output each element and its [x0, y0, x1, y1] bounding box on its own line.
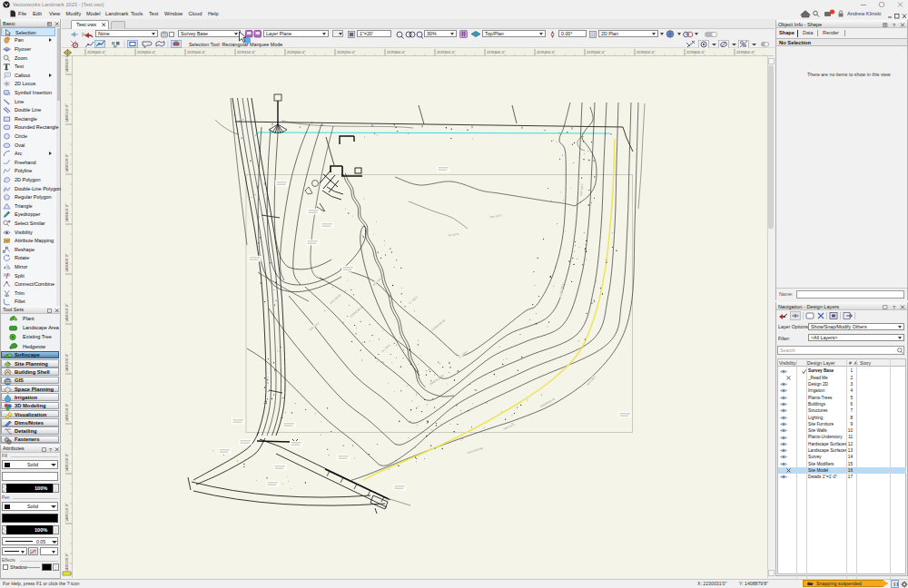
svg-text:1408550'-0": 1408550'-0" — [65, 103, 69, 122]
svg-text:2229400'-0": 2229400'-0" — [487, 51, 506, 54]
svg-text:2229350'-0": 2229350'-0" — [437, 51, 456, 54]
svg-text:2229150'-0": 2229150'-0" — [237, 51, 256, 54]
svg-text:TOP 104.2: TOP 104.2 — [489, 213, 502, 220]
svg-text:1408600'-0": 1408600'-0" — [65, 56, 69, 73]
svg-text:1408500'-0": 1408500'-0" — [65, 153, 69, 172]
svg-text:?: ? — [49, 447, 52, 452]
svg-text:CONTOUR 98: CONTOUR 98 — [429, 374, 444, 387]
svg-text:CONTOUR 98: CONTOUR 98 — [349, 305, 364, 318]
svg-text:2229250'-0": 2229250'-0" — [337, 51, 356, 54]
svg-text:2229100'-0": 2229100'-0" — [187, 51, 206, 54]
svg-text:CONTOUR 98: CONTOUR 98 — [430, 318, 446, 332]
svg-text:2229650'-0": 2229650'-0" — [736, 51, 755, 54]
svg-text:1408150'-0": 1408150'-0" — [65, 503, 69, 522]
svg-text:?: ? — [893, 305, 895, 309]
svg-text:2229000'-0": 2229000'-0" — [87, 51, 106, 54]
svg-text:1408400'-0": 1408400'-0" — [65, 253, 69, 272]
svg-text:TOP 104.2: TOP 104.2 — [558, 283, 564, 296]
svg-text:1408350'-0": 1408350'-0" — [65, 303, 69, 322]
svg-text:2229050'-0": 2229050'-0" — [137, 51, 156, 54]
svg-text:1408450'-0": 1408450'-0" — [65, 203, 69, 222]
svg-text:1408300'-0": 1408300'-0" — [65, 353, 69, 372]
svg-text:1408250'-0": 1408250'-0" — [65, 403, 69, 422]
svg-text:CONTOUR 98: CONTOUR 98 — [467, 446, 484, 455]
svg-text:2229550'-0": 2229550'-0" — [637, 51, 656, 54]
svg-text:2229200'-0": 2229200'-0" — [287, 51, 306, 54]
svg-text:2229500'-0": 2229500'-0" — [587, 51, 606, 54]
svg-text:EL 102.5: EL 102.5 — [449, 232, 459, 238]
svg-text:4TH 100.00: 4TH 100.00 — [330, 293, 342, 305]
svg-text:?: ? — [893, 23, 895, 27]
svg-text:TOP 104.2: TOP 104.2 — [308, 321, 320, 332]
svg-text:2229450'-0": 2229450'-0" — [537, 51, 556, 54]
svg-text:2229300'-0": 2229300'-0" — [387, 51, 406, 54]
svg-text:2229600'-0": 2229600'-0" — [686, 51, 706, 54]
svg-text:1408100'-0": 1408100'-0" — [65, 553, 69, 572]
svg-text:TOP 104.2: TOP 104.2 — [579, 183, 584, 196]
svg-text:1408200'-0": 1408200'-0" — [65, 453, 69, 472]
